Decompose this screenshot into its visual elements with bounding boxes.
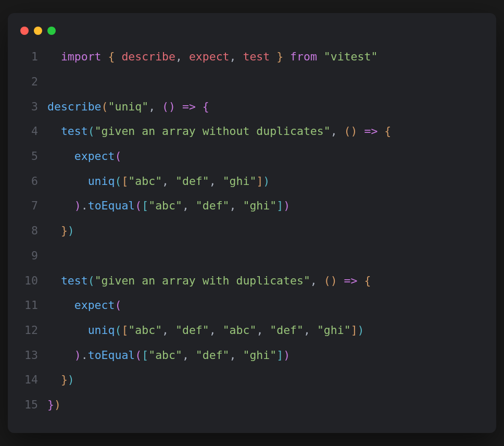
line-number: 15 [18, 392, 38, 417]
close-icon[interactable] [20, 27, 29, 35]
code-line: 4 test("given an array without duplicate… [18, 119, 486, 144]
line-number: 4 [18, 119, 38, 144]
code-content: describe("uniq", () => { [47, 94, 209, 119]
minimize-icon[interactable] [34, 27, 42, 35]
maximize-icon[interactable] [47, 27, 56, 35]
line-number: 8 [18, 218, 38, 243]
code-line: 8 }) [18, 218, 486, 243]
code-content: ).toEqual(["abc", "def", "ghi"]) [47, 343, 290, 368]
code-line: 11 expect( [18, 293, 486, 318]
code-line: 2 [18, 69, 486, 94]
line-number: 2 [18, 69, 38, 94]
code-line: 3 describe("uniq", () => { [18, 94, 486, 119]
code-line: 7 ).toEqual(["abc", "def", "ghi"]) [18, 193, 486, 218]
code-window: 1 import { describe, expect, test } from… [8, 13, 496, 433]
code-line: 10 test("given an array with duplicates"… [18, 268, 486, 293]
line-number: 13 [18, 343, 38, 368]
code-line: 15 }) [18, 392, 486, 417]
code-content: }) [47, 392, 61, 417]
code-line: 9 [18, 243, 486, 268]
code-content: uniq(["abc", "def", "abc", "def", "ghi"]… [47, 318, 364, 343]
code-content: test("given an array with duplicates", (… [47, 268, 371, 293]
line-number: 1 [18, 44, 38, 69]
code-content: uniq(["abc", "def", "ghi"]) [47, 169, 270, 194]
code-line: 6 uniq(["abc", "def", "ghi"]) [18, 169, 486, 194]
code-editor[interactable]: 1 import { describe, expect, test } from… [8, 44, 496, 417]
code-content: import { describe, expect, test } from "… [47, 44, 377, 69]
code-content: ).toEqual(["abc", "def", "ghi"]) [47, 193, 290, 218]
window-titlebar [8, 23, 496, 44]
code-line: 12 uniq(["abc", "def", "abc", "def", "gh… [18, 318, 486, 343]
line-number: 10 [18, 268, 38, 293]
line-number: 9 [18, 243, 38, 268]
line-number: 14 [18, 367, 38, 392]
line-number: 3 [18, 94, 38, 119]
code-line: 1 import { describe, expect, test } from… [18, 44, 486, 69]
line-number: 6 [18, 169, 38, 194]
line-number: 12 [18, 318, 38, 343]
code-content: expect( [47, 293, 121, 318]
code-content: expect( [47, 144, 121, 169]
line-number: 5 [18, 144, 38, 169]
code-line: 14 }) [18, 367, 486, 392]
code-content: }) [47, 218, 74, 243]
code-line: 5 expect( [18, 144, 486, 169]
code-line: 13 ).toEqual(["abc", "def", "ghi"]) [18, 343, 486, 368]
code-content: test("given an array without duplicates"… [47, 119, 391, 144]
line-number: 11 [18, 293, 38, 318]
line-number: 7 [18, 193, 38, 218]
code-content: }) [47, 367, 74, 392]
